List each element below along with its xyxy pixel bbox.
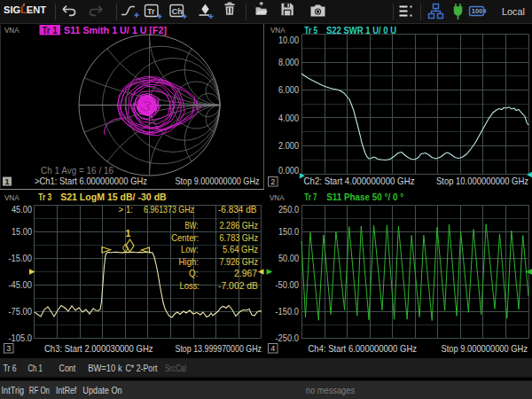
- svg-text:-150.0: -150.0: [276, 307, 300, 317]
- svg-text:Ch4: Start 6.000000000 GHz: Ch4: Start 6.000000000 GHz: [309, 343, 418, 354]
- svg-text:Stop 10.000000000 GHz: Stop 10.000000000 GHz: [436, 176, 528, 186]
- svg-text:Low:: Low:: [181, 244, 199, 254]
- svg-text:S11 Smith 1 U/ 1 U [F2]: S11 Smith 1 U/ 1 U [F2]: [64, 25, 167, 35]
- svg-text:VNA: VNA: [270, 25, 286, 35]
- svg-text:BW:: BW:: [185, 220, 199, 231]
- svg-text:Tr 5: Tr 5: [304, 25, 317, 35]
- svg-text:-50.00: -50.00: [276, 280, 300, 290]
- svg-text:6.000: 6.000: [278, 85, 299, 95]
- svg-text:Tr 6: Tr 6: [4, 363, 17, 373]
- svg-text:Loss:: Loss:: [180, 280, 200, 291]
- svg-text:Stop 13.999970000 GHz: Stop 13.999970000 GHz: [176, 343, 262, 354]
- svg-text:Tr 7: Tr 7: [304, 192, 317, 202]
- svg-text:3: 3: [6, 344, 11, 353]
- svg-text:C* 2-Port: C* 2-Port: [126, 363, 158, 373]
- svg-text:2.967: 2.967: [234, 268, 257, 278]
- svg-text:-15.00: -15.00: [9, 254, 33, 263]
- svg-text:Q:: Q:: [189, 268, 199, 278]
- svg-text:0.000: 0.000: [278, 166, 299, 176]
- svg-text:Ch 1: Ch 1: [28, 363, 43, 373]
- svg-text:-45.00: -45.00: [9, 280, 33, 290]
- svg-text:45.00: 45.00: [12, 205, 32, 215]
- svg-text:> 1:: > 1:: [119, 204, 134, 215]
- svg-text:S21 LogM 15 dB/ -30 dB: S21 LogM 15 dB/ -30 dB: [60, 192, 167, 202]
- svg-text:Ch 1 Avg = 16 / 16: Ch 1 Avg = 16 / 16: [41, 165, 113, 176]
- svg-text:SrcCal: SrcCal: [165, 363, 186, 373]
- svg-text:250.0: 250.0: [278, 205, 299, 215]
- svg-text:6.961373 GHz: 6.961373 GHz: [144, 204, 194, 215]
- svg-text:no messages: no messages: [306, 385, 355, 395]
- svg-text:2.000: 2.000: [278, 141, 299, 151]
- svg-text:2.286 GHz: 2.286 GHz: [220, 220, 259, 231]
- svg-text:4: 4: [270, 344, 275, 353]
- svg-text:150.0: 150.0: [278, 227, 299, 237]
- svg-text:SIGLENT: SIGLENT: [4, 4, 46, 15]
- svg-text:Update On: Update On: [82, 385, 122, 395]
- svg-text:BW=10 k: BW=10 k: [88, 363, 122, 373]
- svg-text:Ch: Ch: [172, 7, 183, 16]
- svg-text:S22 SWR 1 U/ 0 U: S22 SWR 1 U/ 0 U: [326, 25, 396, 35]
- svg-text:Cont: Cont: [59, 363, 76, 373]
- svg-text:2: 2: [270, 177, 275, 186]
- svg-text:15.00: 15.00: [12, 227, 32, 237]
- svg-text:7.926 GHz: 7.926 GHz: [220, 256, 259, 267]
- svg-text:-105.0: -105.0: [9, 333, 33, 343]
- svg-text:6.783 GHz: 6.783 GHz: [220, 232, 259, 243]
- svg-text:RF On: RF On: [29, 385, 50, 395]
- svg-text:IntTrig: IntTrig: [2, 385, 25, 395]
- svg-text:IntRef: IntRef: [56, 385, 76, 395]
- svg-text:>Ch1: Start 6.000000000 GHz: >Ch1: Start 6.000000000 GHz: [35, 176, 147, 186]
- svg-text:-6.834 dB: -6.834 dB: [218, 204, 257, 215]
- svg-text:Ch2: Start 4.000000000 GHz: Ch2: Start 4.000000000 GHz: [304, 176, 415, 186]
- svg-text:Tr 1: Tr 1: [43, 25, 58, 35]
- svg-text:-7.002 dB: -7.002 dB: [218, 280, 258, 291]
- svg-text:High:: High:: [179, 256, 200, 267]
- svg-text:VNA: VNA: [270, 192, 285, 202]
- svg-text:10.00: 10.00: [278, 35, 299, 45]
- svg-text:-250.0: -250.0: [276, 333, 300, 343]
- svg-text:Ch3: Start 2.000030000 GHz: Ch3: Start 2.000030000 GHz: [44, 343, 153, 354]
- svg-text:VNA: VNA: [4, 192, 20, 202]
- svg-text:8.000: 8.000: [278, 58, 299, 67]
- svg-text:S11 Phase 50 °/ 0 °: S11 Phase 50 °/ 0 °: [326, 192, 403, 202]
- svg-text:5.64 GHz: 5.64 GHz: [223, 244, 258, 254]
- svg-text:Local: Local: [502, 6, 525, 17]
- svg-text:1: 1: [126, 228, 131, 239]
- svg-text:4.000: 4.000: [278, 113, 299, 123]
- svg-text:Tr 3: Tr 3: [38, 192, 51, 202]
- svg-text:Tr: Tr: [147, 7, 155, 16]
- svg-text:1: 1: [4, 177, 9, 186]
- svg-text:Stop 9.000000000 GHz: Stop 9.000000000 GHz: [442, 343, 528, 354]
- svg-text:100: 100: [472, 7, 483, 15]
- svg-text:VNA: VNA: [4, 25, 20, 35]
- svg-text:50.00: 50.00: [278, 254, 299, 263]
- svg-text:Center:: Center:: [171, 232, 199, 243]
- svg-text:-75.00: -75.00: [9, 307, 33, 317]
- svg-text:Stop 9.000000000 GHz: Stop 9.000000000 GHz: [176, 176, 260, 186]
